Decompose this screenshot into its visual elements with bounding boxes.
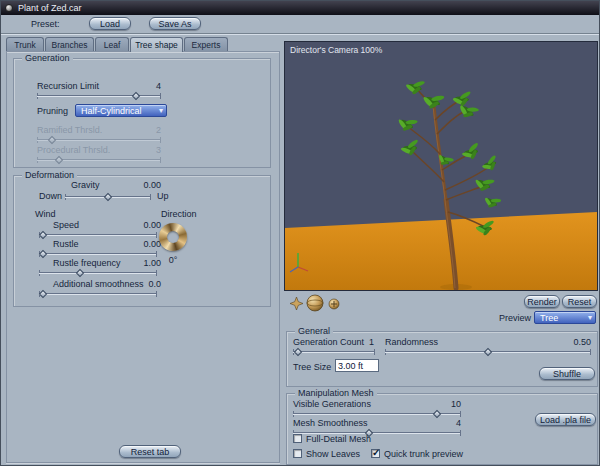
camera-viewport[interactable]: Director's Camera 100% bbox=[284, 41, 598, 291]
preset-label: Preset: bbox=[31, 19, 60, 29]
gravity-label: Gravity bbox=[71, 180, 100, 190]
gravity-up-label: Up bbox=[157, 191, 169, 201]
render-button[interactable]: Render bbox=[524, 295, 560, 308]
mesh-smoothness-value[interactable]: 4 bbox=[431, 418, 461, 428]
gravity-down-label: Down bbox=[39, 191, 62, 201]
full-detail-mesh-label[interactable]: Full-Detail Mesh bbox=[306, 434, 371, 444]
wind-label: Wind bbox=[35, 209, 56, 219]
quick-trunk-preview-checkbox[interactable] bbox=[371, 449, 380, 458]
wind-direction-dial[interactable] bbox=[159, 223, 187, 251]
recursion-limit-label: Recursion Limit bbox=[37, 81, 99, 91]
dolly-camera-icon[interactable] bbox=[328, 298, 340, 310]
wind-direction-label: Direction bbox=[161, 209, 197, 219]
wind-rustle-label: Rustle bbox=[53, 239, 79, 249]
load-pla-file-button[interactable]: Load .pla file bbox=[535, 413, 596, 426]
procedural-threshold-slider bbox=[37, 156, 161, 164]
reset-button[interactable]: Reset bbox=[562, 295, 597, 308]
rustle-frequency-value[interactable]: 1.00 bbox=[111, 258, 161, 268]
preview-label: Preview bbox=[499, 313, 531, 323]
randomness-value[interactable]: 0.50 bbox=[546, 337, 591, 347]
tab-branches[interactable]: Branches bbox=[45, 37, 94, 51]
wind-speed-value[interactable]: 0.00 bbox=[111, 220, 161, 230]
additional-smoothness-slider[interactable] bbox=[39, 290, 157, 298]
quick-trunk-preview-label[interactable]: Quick trunk preview bbox=[384, 449, 463, 459]
randomness-label: Randomness bbox=[385, 337, 438, 347]
shuffle-button[interactable]: Shuffle bbox=[539, 367, 595, 380]
recursion-limit-slider[interactable] bbox=[37, 92, 161, 100]
mesh-smoothness-label: Mesh Smoothness bbox=[293, 418, 368, 428]
tree-size-input[interactable] bbox=[335, 359, 379, 372]
tree-size-label: Tree Size bbox=[293, 362, 331, 372]
generation-group-title: Generation bbox=[22, 53, 73, 63]
camera-name-label[interactable]: Director's Camera 100% bbox=[290, 45, 382, 55]
window-title: Plant of Zed.car bbox=[18, 1, 82, 15]
visible-generations-value[interactable]: 10 bbox=[431, 399, 461, 409]
wind-direction-value[interactable]: 0° bbox=[159, 255, 187, 265]
wind-speed-slider[interactable] bbox=[39, 231, 157, 239]
preview-dropdown[interactable]: Tree bbox=[534, 311, 596, 324]
pruning-label: Pruning bbox=[37, 106, 68, 116]
wind-rustle-slider[interactable] bbox=[39, 250, 157, 258]
generation-count-slider[interactable] bbox=[293, 348, 375, 356]
trackball-camera-icon[interactable] bbox=[306, 294, 324, 312]
plant-editor-window: Plant of Zed.car Preset: Load Save As Tr… bbox=[0, 0, 600, 466]
deformation-group-title: Deformation bbox=[22, 170, 77, 180]
procedural-threshold-value: 3 bbox=[121, 145, 161, 155]
ramified-threshold-label: Ramified Thrsld. bbox=[37, 125, 102, 135]
visible-generations-label: Visible Generations bbox=[293, 399, 371, 409]
gravity-value[interactable]: 0.00 bbox=[111, 180, 161, 190]
show-leaves-label[interactable]: Show Leaves bbox=[306, 449, 360, 459]
tab-trunk[interactable]: Trunk bbox=[6, 37, 44, 51]
load-button[interactable]: Load bbox=[89, 17, 131, 30]
divider bbox=[1, 33, 600, 35]
close-button[interactable] bbox=[5, 4, 13, 12]
3d-scene bbox=[285, 42, 597, 290]
full-detail-mesh-checkbox[interactable] bbox=[293, 434, 302, 443]
procedural-threshold-label: Procedural Thrsld. bbox=[37, 145, 110, 155]
ramified-threshold-value: 2 bbox=[121, 125, 161, 135]
wind-speed-label: Speed bbox=[53, 220, 79, 230]
visible-generations-slider[interactable] bbox=[293, 410, 461, 418]
show-leaves-checkbox[interactable] bbox=[293, 449, 302, 458]
general-group-title: General bbox=[295, 326, 333, 336]
gravity-slider[interactable] bbox=[65, 193, 151, 201]
pan-camera-icon[interactable] bbox=[290, 297, 303, 310]
generation-count-value[interactable]: 1 bbox=[346, 337, 374, 347]
randomness-slider[interactable] bbox=[385, 348, 591, 356]
save-as-button[interactable]: Save As bbox=[149, 17, 201, 30]
rustle-frequency-slider[interactable] bbox=[39, 269, 157, 277]
recursion-limit-value[interactable]: 4 bbox=[121, 81, 161, 91]
ramified-threshold-slider bbox=[37, 136, 161, 144]
tab-experts[interactable]: Experts bbox=[184, 37, 228, 51]
tab-leaf[interactable]: Leaf bbox=[95, 37, 129, 51]
titlebar[interactable]: Plant of Zed.car bbox=[1, 1, 599, 15]
pruning-dropdown[interactable]: Half-Cylindrical bbox=[75, 104, 167, 117]
wind-rustle-value[interactable]: 0.00 bbox=[111, 239, 161, 249]
additional-smoothness-value[interactable]: 0.0 bbox=[121, 279, 161, 289]
tab-tree-shape[interactable]: Tree shape bbox=[130, 37, 183, 52]
reset-tab-button[interactable]: Reset tab bbox=[119, 445, 181, 458]
manipulation-mesh-title: Manipulation Mesh bbox=[295, 388, 377, 398]
